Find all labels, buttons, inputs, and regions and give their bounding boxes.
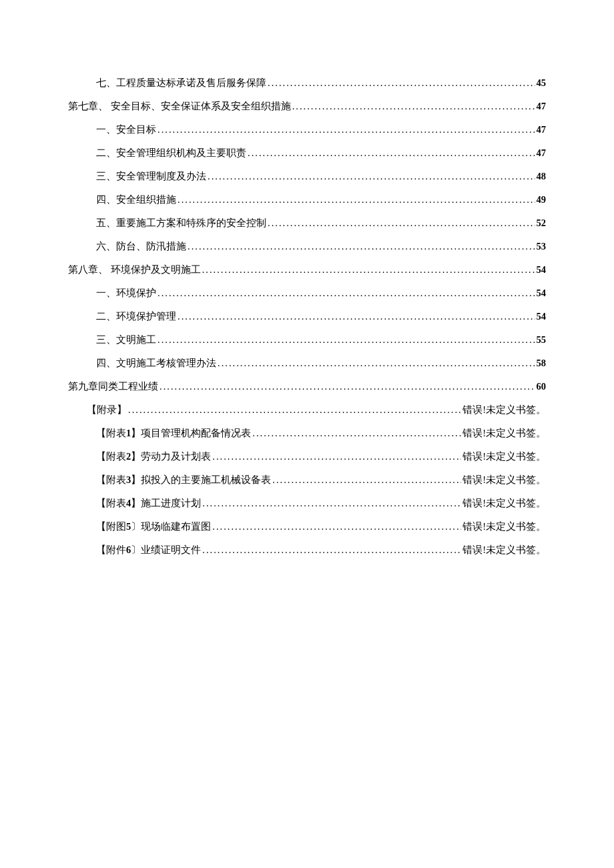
toc-error-text: 错误!未定义书签。 bbox=[463, 474, 546, 486]
toc-leader-dots bbox=[252, 428, 461, 439]
toc-page-number: 49 bbox=[537, 194, 547, 205]
toc-page-number: 55 bbox=[537, 334, 547, 346]
document-page: 七、工程质量达标承诺及售后服务保障45第七章、 安全目标、安全保证体系及安全组织… bbox=[0, 0, 614, 556]
toc-leader-dots bbox=[158, 288, 535, 299]
toc-entry-label: 【附表4】施工进度计划 bbox=[96, 497, 201, 510]
toc-entry-label: 一、安全目标 bbox=[96, 123, 156, 136]
toc-entry-label-pre: 【附表 bbox=[96, 451, 126, 462]
toc-error-text: 错误!未定义书签。 bbox=[463, 450, 546, 463]
table-of-contents: 七、工程质量达标承诺及售后服务保障45第七章、 安全目标、安全保证体系及安全组织… bbox=[68, 77, 546, 556]
toc-page-number: 53 bbox=[537, 241, 547, 252]
toc-error-text: 错误!未定义书签。 bbox=[463, 544, 546, 556]
toc-entry-label: 二、安全管理组织机构及主要职责 bbox=[96, 147, 246, 159]
toc-entry-label: 【附录】 bbox=[87, 404, 127, 416]
toc-page-number: 47 bbox=[537, 147, 547, 159]
toc-leader-dots bbox=[158, 334, 535, 346]
toc-entry: 【附件6〕业绩证明文件错误!未定义书签。 bbox=[68, 544, 546, 556]
toc-leader-dots bbox=[248, 147, 535, 159]
toc-leader-dots bbox=[208, 171, 535, 182]
toc-entry-label: 第八章、 环境保护及文明施工 bbox=[68, 264, 201, 276]
toc-error-text: 错误!未定义书签。 bbox=[463, 427, 546, 440]
toc-entry: 二、环境保护管理54 bbox=[68, 310, 546, 323]
toc-entry-label: 第七章、 安全目标、安全保证体系及安全组织措施 bbox=[68, 100, 291, 113]
toc-entry-label-pre: 【附图 bbox=[96, 521, 126, 532]
toc-entry-label: 三、文明施工 bbox=[96, 334, 156, 346]
toc-leader-dots bbox=[202, 498, 461, 509]
toc-leader-dots bbox=[272, 474, 461, 486]
toc-entry-label: 【附图5〕现场临建布置图 bbox=[96, 520, 211, 533]
toc-entry: 【附录】错误!未定义书签。 bbox=[68, 404, 546, 416]
toc-leader-dots bbox=[188, 241, 535, 252]
toc-leader-dots bbox=[160, 381, 535, 392]
toc-entry-label: 【附件6〕业绩证明文件 bbox=[96, 544, 201, 556]
toc-entry: 六、防台、防汛措施53 bbox=[68, 240, 546, 253]
toc-entry: 第七章、 安全目标、安全保证体系及安全组织措施47 bbox=[68, 100, 546, 113]
toc-entry-label: 第九章同类工程业绩 bbox=[68, 380, 158, 393]
toc-entry: 【附表4】施工进度计划错误!未定义书签。 bbox=[68, 497, 546, 510]
toc-error-text: 错误!未定义书签。 bbox=[463, 497, 546, 510]
toc-entry-label-pre: 【附表 bbox=[96, 474, 126, 485]
toc-entry-label: 二、环境保护管理 bbox=[96, 310, 176, 323]
toc-entry-label-post: 】劳动力及计划表 bbox=[131, 451, 211, 462]
toc-entry-label: 四、安全组织措施 bbox=[96, 193, 176, 206]
toc-entry: 【附表2】劳动力及计划表错误!未定义书签。 bbox=[68, 450, 546, 463]
toc-leader-dots bbox=[212, 521, 461, 532]
toc-page-number: 54 bbox=[537, 288, 547, 299]
toc-page-number: 47 bbox=[537, 101, 547, 112]
toc-entry-label-post: 】项目管理机构配备情况表 bbox=[131, 428, 251, 438]
toc-leader-dots bbox=[292, 101, 535, 112]
toc-leader-dots bbox=[212, 451, 461, 462]
toc-entry: 一、安全目标47 bbox=[68, 123, 546, 136]
toc-entry: 五、重要施工方案和特殊序的安全控制52 bbox=[68, 217, 546, 230]
toc-page-number: 54 bbox=[537, 264, 547, 276]
toc-page-number: 45 bbox=[537, 77, 547, 89]
toc-entry-label-pre: 【附件 bbox=[96, 544, 126, 555]
toc-page-number: 52 bbox=[537, 218, 547, 229]
toc-entry: 四、安全组织措施49 bbox=[68, 193, 546, 206]
toc-entry: 一、环境保护54 bbox=[68, 287, 546, 300]
toc-entry: 三、文明施工55 bbox=[68, 334, 546, 346]
toc-page-number: 47 bbox=[537, 124, 547, 135]
toc-entry-label-pre: 【附表 bbox=[96, 498, 126, 508]
toc-entry: 第九章同类工程业绩60 bbox=[68, 380, 546, 393]
toc-entry-label-post: 〕现场临建布置图 bbox=[131, 521, 211, 532]
toc-leader-dots bbox=[218, 358, 535, 369]
toc-entry: 四、文明施工考核管理办法58 bbox=[68, 357, 546, 370]
toc-entry: 【附表1】项目管理机构配备情况表错误!未定义书签。 bbox=[68, 427, 546, 440]
toc-leader-dots bbox=[178, 311, 535, 322]
toc-entry: 三、安全管理制度及办法48 bbox=[68, 170, 546, 183]
toc-entry-label-post: 】拟投入的主要施工机械设备表 bbox=[131, 474, 271, 485]
toc-entry-label-post: 】施工进度计划 bbox=[131, 498, 201, 508]
toc-entry-label-pre: 【附表 bbox=[96, 428, 126, 438]
toc-entry: 【附表3】拟投入的主要施工机械设备表错误!未定义书签。 bbox=[68, 474, 546, 486]
toc-entry-label: 三、安全管理制度及办法 bbox=[96, 170, 206, 183]
toc-page-number: 54 bbox=[537, 311, 547, 322]
toc-entry-label: 五、重要施工方案和特殊序的安全控制 bbox=[96, 217, 266, 230]
toc-entry-label-post: 〕业绩证明文件 bbox=[131, 544, 201, 555]
toc-entry: 【附图5〕现场临建布置图错误!未定义书签。 bbox=[68, 520, 546, 533]
toc-entry-label: 【附表3】拟投入的主要施工机械设备表 bbox=[96, 474, 271, 486]
toc-page-number: 60 bbox=[537, 381, 547, 392]
toc-leader-dots bbox=[268, 218, 535, 229]
toc-entry-label: 【附表2】劳动力及计划表 bbox=[96, 450, 211, 463]
toc-entry: 七、工程质量达标承诺及售后服务保障45 bbox=[68, 77, 546, 89]
toc-entry: 二、安全管理组织机构及主要职责47 bbox=[68, 147, 546, 159]
toc-error-text: 错误!未定义书签。 bbox=[463, 520, 546, 533]
toc-entry-label: 【附表1】项目管理机构配备情况表 bbox=[96, 427, 251, 440]
toc-entry: 第八章、 环境保护及文明施工54 bbox=[68, 264, 546, 276]
toc-entry-label: 一、环境保护 bbox=[96, 287, 156, 300]
toc-leader-dots bbox=[158, 124, 535, 135]
toc-leader-dots bbox=[202, 264, 535, 276]
toc-leader-dots bbox=[178, 194, 535, 205]
toc-leader-dots bbox=[202, 544, 461, 556]
toc-leader-dots bbox=[268, 77, 535, 89]
toc-page-number: 58 bbox=[537, 358, 547, 369]
toc-leader-dots bbox=[128, 404, 461, 416]
toc-entry-label: 四、文明施工考核管理办法 bbox=[96, 357, 216, 370]
toc-entry-label: 六、防台、防汛措施 bbox=[96, 240, 186, 253]
toc-error-text: 错误!未定义书签。 bbox=[463, 404, 546, 416]
toc-entry-label: 七、工程质量达标承诺及售后服务保障 bbox=[96, 77, 266, 89]
toc-page-number: 48 bbox=[537, 171, 547, 182]
